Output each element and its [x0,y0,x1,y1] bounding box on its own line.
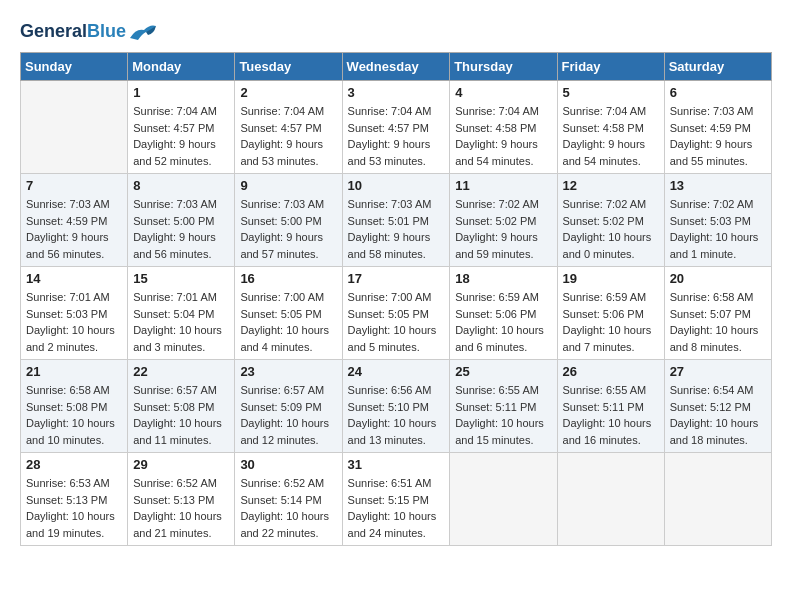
header: GeneralBlue [20,20,772,44]
day-header-saturday: Saturday [664,53,771,81]
day-info: Sunrise: 6:51 AMSunset: 5:15 PMDaylight:… [348,475,445,541]
calendar-cell: 28Sunrise: 6:53 AMSunset: 5:13 PMDayligh… [21,453,128,546]
day-number: 28 [26,457,122,472]
day-header-wednesday: Wednesday [342,53,450,81]
day-number: 17 [348,271,445,286]
day-info: Sunrise: 6:59 AMSunset: 5:06 PMDaylight:… [563,289,659,355]
day-info: Sunrise: 7:02 AMSunset: 5:02 PMDaylight:… [563,196,659,262]
calendar-cell: 27Sunrise: 6:54 AMSunset: 5:12 PMDayligh… [664,360,771,453]
day-info: Sunrise: 7:03 AMSunset: 5:00 PMDaylight:… [240,196,336,262]
calendar-cell: 17Sunrise: 7:00 AMSunset: 5:05 PMDayligh… [342,267,450,360]
day-info: Sunrise: 6:53 AMSunset: 5:13 PMDaylight:… [26,475,122,541]
day-info: Sunrise: 7:04 AMSunset: 4:58 PMDaylight:… [455,103,551,169]
calendar-cell: 22Sunrise: 6:57 AMSunset: 5:08 PMDayligh… [128,360,235,453]
calendar-cell [450,453,557,546]
day-number: 31 [348,457,445,472]
calendar-cell: 4Sunrise: 7:04 AMSunset: 4:58 PMDaylight… [450,81,557,174]
day-info: Sunrise: 6:52 AMSunset: 5:13 PMDaylight:… [133,475,229,541]
day-number: 16 [240,271,336,286]
calendar-cell: 21Sunrise: 6:58 AMSunset: 5:08 PMDayligh… [21,360,128,453]
day-info: Sunrise: 7:01 AMSunset: 5:03 PMDaylight:… [26,289,122,355]
calendar-cell: 30Sunrise: 6:52 AMSunset: 5:14 PMDayligh… [235,453,342,546]
day-number: 1 [133,85,229,100]
day-number: 26 [563,364,659,379]
calendar-cell: 26Sunrise: 6:55 AMSunset: 5:11 PMDayligh… [557,360,664,453]
calendar-cell: 10Sunrise: 7:03 AMSunset: 5:01 PMDayligh… [342,174,450,267]
day-info: Sunrise: 6:55 AMSunset: 5:11 PMDaylight:… [563,382,659,448]
day-info: Sunrise: 7:00 AMSunset: 5:05 PMDaylight:… [240,289,336,355]
day-number: 27 [670,364,766,379]
day-header-friday: Friday [557,53,664,81]
day-info: Sunrise: 6:58 AMSunset: 5:07 PMDaylight:… [670,289,766,355]
day-number: 7 [26,178,122,193]
day-number: 4 [455,85,551,100]
calendar-week-row: 14Sunrise: 7:01 AMSunset: 5:03 PMDayligh… [21,267,772,360]
logo-bird-icon [128,20,158,44]
calendar-cell: 1Sunrise: 7:04 AMSunset: 4:57 PMDaylight… [128,81,235,174]
day-info: Sunrise: 7:03 AMSunset: 4:59 PMDaylight:… [670,103,766,169]
day-header-monday: Monday [128,53,235,81]
calendar-cell: 9Sunrise: 7:03 AMSunset: 5:00 PMDaylight… [235,174,342,267]
calendar-table: SundayMondayTuesdayWednesdayThursdayFrid… [20,52,772,546]
day-number: 15 [133,271,229,286]
day-info: Sunrise: 7:04 AMSunset: 4:57 PMDaylight:… [348,103,445,169]
calendar-week-row: 7Sunrise: 7:03 AMSunset: 4:59 PMDaylight… [21,174,772,267]
calendar-week-row: 21Sunrise: 6:58 AMSunset: 5:08 PMDayligh… [21,360,772,453]
day-number: 3 [348,85,445,100]
calendar-cell: 31Sunrise: 6:51 AMSunset: 5:15 PMDayligh… [342,453,450,546]
day-number: 13 [670,178,766,193]
day-info: Sunrise: 6:57 AMSunset: 5:09 PMDaylight:… [240,382,336,448]
calendar-cell: 20Sunrise: 6:58 AMSunset: 5:07 PMDayligh… [664,267,771,360]
day-info: Sunrise: 7:04 AMSunset: 4:57 PMDaylight:… [133,103,229,169]
day-number: 2 [240,85,336,100]
day-number: 23 [240,364,336,379]
day-info: Sunrise: 7:00 AMSunset: 5:05 PMDaylight:… [348,289,445,355]
day-info: Sunrise: 7:03 AMSunset: 5:00 PMDaylight:… [133,196,229,262]
calendar-cell: 3Sunrise: 7:04 AMSunset: 4:57 PMDaylight… [342,81,450,174]
calendar-cell: 11Sunrise: 7:02 AMSunset: 5:02 PMDayligh… [450,174,557,267]
day-info: Sunrise: 7:03 AMSunset: 5:01 PMDaylight:… [348,196,445,262]
calendar-cell: 16Sunrise: 7:00 AMSunset: 5:05 PMDayligh… [235,267,342,360]
calendar-cell: 15Sunrise: 7:01 AMSunset: 5:04 PMDayligh… [128,267,235,360]
calendar-cell: 13Sunrise: 7:02 AMSunset: 5:03 PMDayligh… [664,174,771,267]
day-number: 25 [455,364,551,379]
day-number: 11 [455,178,551,193]
day-header-sunday: Sunday [21,53,128,81]
day-info: Sunrise: 7:01 AMSunset: 5:04 PMDaylight:… [133,289,229,355]
calendar-cell: 29Sunrise: 6:52 AMSunset: 5:13 PMDayligh… [128,453,235,546]
day-number: 19 [563,271,659,286]
day-number: 5 [563,85,659,100]
day-number: 8 [133,178,229,193]
calendar-cell: 25Sunrise: 6:55 AMSunset: 5:11 PMDayligh… [450,360,557,453]
day-number: 24 [348,364,445,379]
calendar-cell [21,81,128,174]
day-info: Sunrise: 6:56 AMSunset: 5:10 PMDaylight:… [348,382,445,448]
day-info: Sunrise: 6:52 AMSunset: 5:14 PMDaylight:… [240,475,336,541]
day-number: 12 [563,178,659,193]
logo: GeneralBlue [20,20,158,44]
day-header-tuesday: Tuesday [235,53,342,81]
day-header-thursday: Thursday [450,53,557,81]
day-number: 14 [26,271,122,286]
day-info: Sunrise: 7:03 AMSunset: 4:59 PMDaylight:… [26,196,122,262]
calendar-cell: 2Sunrise: 7:04 AMSunset: 4:57 PMDaylight… [235,81,342,174]
day-info: Sunrise: 7:02 AMSunset: 5:03 PMDaylight:… [670,196,766,262]
day-number: 29 [133,457,229,472]
day-number: 18 [455,271,551,286]
calendar-cell: 14Sunrise: 7:01 AMSunset: 5:03 PMDayligh… [21,267,128,360]
logo-text: GeneralBlue [20,22,126,42]
calendar-cell: 23Sunrise: 6:57 AMSunset: 5:09 PMDayligh… [235,360,342,453]
day-number: 30 [240,457,336,472]
day-info: Sunrise: 6:57 AMSunset: 5:08 PMDaylight:… [133,382,229,448]
day-number: 21 [26,364,122,379]
day-info: Sunrise: 6:55 AMSunset: 5:11 PMDaylight:… [455,382,551,448]
calendar-cell [557,453,664,546]
calendar-cell: 18Sunrise: 6:59 AMSunset: 5:06 PMDayligh… [450,267,557,360]
day-info: Sunrise: 7:02 AMSunset: 5:02 PMDaylight:… [455,196,551,262]
calendar-cell: 6Sunrise: 7:03 AMSunset: 4:59 PMDaylight… [664,81,771,174]
calendar-week-row: 1Sunrise: 7:04 AMSunset: 4:57 PMDaylight… [21,81,772,174]
day-info: Sunrise: 6:54 AMSunset: 5:12 PMDaylight:… [670,382,766,448]
calendar-header-row: SundayMondayTuesdayWednesdayThursdayFrid… [21,53,772,81]
calendar-cell: 12Sunrise: 7:02 AMSunset: 5:02 PMDayligh… [557,174,664,267]
calendar-cell: 7Sunrise: 7:03 AMSunset: 4:59 PMDaylight… [21,174,128,267]
